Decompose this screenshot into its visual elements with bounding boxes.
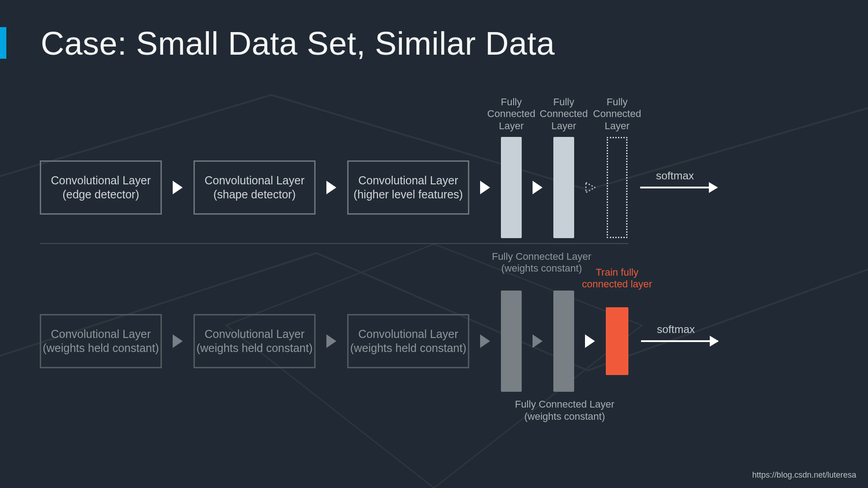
fc-frozen-pair: Fully Connected Layer (weights constant)…: [501, 291, 574, 392]
arrow-icon: [533, 334, 542, 348]
fc-layer-3-dashed: Fully Connected Layer: [607, 137, 627, 238]
arrow-icon: [173, 181, 183, 194]
conv-box-frozen-2: Convolutional Layer (weights held consta…: [193, 314, 316, 368]
row-transfer-network: Convolutional Layer (weights held consta…: [40, 253, 836, 389]
fc-bottom-label: Fully Connected Layer (weights constant): [501, 399, 628, 422]
page-title: Case: Small Data Set, Similar Data: [41, 25, 555, 62]
diagram-stage: Convolutional Layer (edge detector) Conv…: [40, 99, 836, 389]
arrow-icon: [480, 181, 490, 194]
row-original-network: Convolutional Layer (edge detector) Conv…: [40, 99, 836, 235]
conv-box-higher: Convolutional Layer (higher level featur…: [347, 160, 469, 215]
arrow-icon: [585, 334, 595, 348]
fc-label: Fully Connected Layer: [583, 96, 651, 132]
arrow-dotted-icon: [585, 182, 596, 193]
fc-bar-dashed: [607, 137, 627, 238]
softmax-label: softmax: [657, 323, 695, 336]
fc-bar-grey: [553, 291, 574, 392]
train-label: Train fully connected layer: [572, 267, 662, 291]
conv-box-frozen-3: Convolutional Layer (weights held consta…: [347, 314, 469, 368]
arrow-line-icon: [641, 340, 718, 342]
divider-line: [40, 243, 628, 244]
fc-bar: [501, 137, 522, 238]
arrow-icon: [480, 334, 490, 348]
fc-bar-orange: [606, 307, 628, 375]
fc-layer-2: Fully Connected Layer: [553, 137, 574, 238]
watermark: https://blog.csdn.net/luteresa: [752, 470, 856, 480]
softmax-arrow-2: softmax: [641, 340, 718, 342]
softmax-arrow: softmax: [640, 187, 717, 188]
fc-bar-grey: [501, 291, 522, 392]
arrow-icon: [533, 181, 542, 194]
conv-box-shape: Convolutional Layer (shape detector): [193, 160, 316, 215]
arrow-icon: [326, 334, 336, 348]
arrow-line-icon: [640, 187, 717, 188]
arrow-icon: [326, 181, 336, 194]
softmax-label: softmax: [656, 169, 694, 182]
fc-layer-1: Fully Connected Layer: [501, 137, 522, 238]
arrow-icon: [173, 334, 183, 348]
fc-bar: [553, 137, 574, 238]
conv-box-edge: Convolutional Layer (edge detector): [40, 160, 162, 215]
accent-bar: [0, 27, 6, 59]
fc-frozen-2: Fully Connected Layer (weights constant): [553, 291, 574, 392]
fc-trainable: Train fully connected layer: [606, 307, 628, 375]
conv-box-frozen-1: Convolutional Layer (weights held consta…: [40, 314, 162, 368]
fc-frozen-1: [501, 291, 522, 392]
